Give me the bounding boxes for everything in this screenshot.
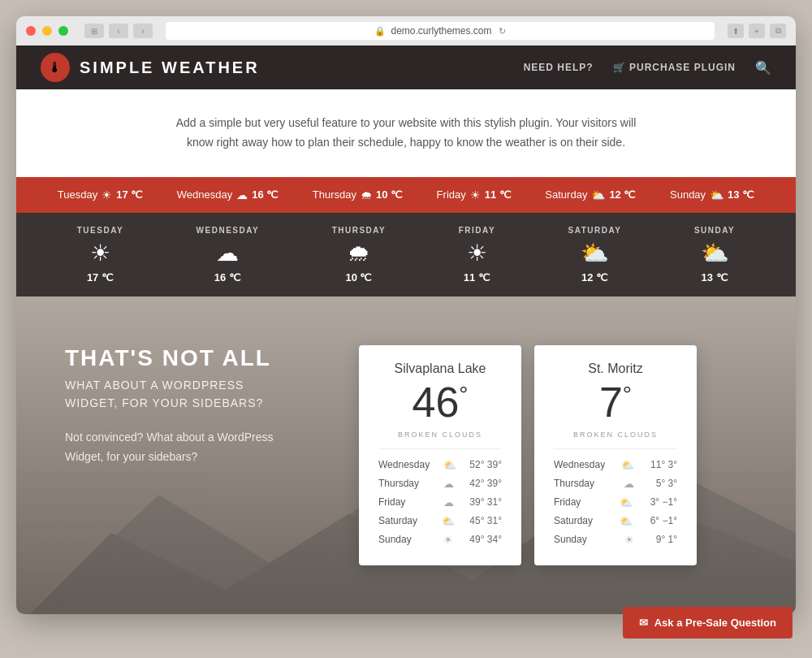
widget1-unit: °: [459, 381, 468, 406]
widget2-forecast: Wednesday⛅11° 3°Thursday☁5° 3°Friday⛅3° …: [554, 456, 677, 549]
weather-bar-inline: Tuesday☀17 ℃Wednesday☁16 ℃Thursday🌧10 ℃F…: [16, 177, 796, 213]
widget1-forecast-row: Friday☁39° 31°: [378, 493, 502, 512]
page-content: 🌡 SIMPLE WEATHER NEED HELP? PURCHASE PLU…: [16, 45, 796, 614]
weather-block-item: THURSDAY🌧10 ℃: [332, 226, 387, 284]
weather-block-item: SUNDAY⛅13 ℃: [694, 226, 735, 284]
weather-inline-item: Tuesday☀17 ℃: [58, 188, 143, 201]
share-icon[interactable]: ⬆: [728, 24, 744, 38]
weather-block-item: WEDNESDAY☁16 ℃: [197, 226, 260, 284]
refresh-icon[interactable]: ↻: [499, 26, 506, 37]
site-name: SIMPLE WEATHER: [80, 58, 260, 77]
browser-titlebar: ⊞ ‹ › 🔒 demo.curlythemes.com ↻ ⬆ + ⧉: [16, 16, 796, 45]
widget1-forecast: Wednesday⛅52° 39°Thursday☁42° 39°Friday☁…: [378, 456, 502, 549]
left-cta-section: THAT'S NOT ALL WHAT ABOUT A WORDPRESSWID…: [65, 345, 276, 467]
intro-banner: Add a simple but very useful feature to …: [16, 89, 796, 177]
nav-controls: ⊞ ‹ ›: [84, 24, 153, 38]
privacy-icon: 🔒: [374, 26, 386, 37]
presale-label: Ask a Pre-Sale Question: [654, 617, 776, 629]
site-navbar: 🌡 SIMPLE WEATHER NEED HELP? PURCHASE PLU…: [16, 45, 796, 89]
weather-inline-item: Thursday🌧10 ℃: [313, 188, 403, 201]
widget2-condition: BROKEN CLOUDS: [554, 431, 677, 439]
widget2-forecast-row: Thursday☁5° 3°: [554, 474, 677, 493]
feature-section: THAT'S NOT ALL WHAT ABOUT A WORDPRESSWID…: [16, 297, 796, 614]
widget1-temp-value: 46: [412, 379, 459, 426]
weather-block-item: SATURDAY⛅12 ℃: [568, 226, 622, 284]
browser-action-buttons: ⬆ + ⧉: [728, 24, 786, 38]
presale-button[interactable]: ✉ Ask a Pre-Sale Question: [623, 607, 793, 639]
widget1-forecast-row: Wednesday⛅52° 39°: [378, 456, 502, 474]
back-button[interactable]: ‹: [109, 24, 128, 38]
widget1-city: Silvaplana Lake: [378, 361, 502, 376]
left-subheading: WHAT ABOUT A WORDPRESSWIDGET, FOR YOUR S…: [65, 376, 276, 413]
forward-button[interactable]: ›: [133, 24, 153, 38]
widget1-divider: [378, 448, 502, 449]
widget1-condition: BROKEN CLOUDS: [378, 431, 502, 439]
weather-inline-item: Saturday⛅12 ℃: [545, 188, 636, 201]
widget1-forecast-row: Thursday☁42° 39°: [378, 474, 502, 493]
widget2-forecast-row: Friday⛅3° −1°: [554, 493, 677, 512]
weather-inline-item: Friday☀11 ℃: [437, 188, 512, 201]
browser-window: ⊞ ‹ › 🔒 demo.curlythemes.com ↻ ⬆ + ⧉ 🌡 S…: [16, 16, 796, 614]
widget2-unit: °: [623, 381, 632, 406]
weather-block-item: TUESDAY☀17 ℃: [77, 226, 123, 284]
tabs-icon[interactable]: ⧉: [770, 24, 786, 38]
widget2-divider: [554, 448, 677, 449]
new-tab-icon[interactable]: +: [749, 24, 765, 38]
window-controls-icon[interactable]: ⊞: [84, 24, 104, 38]
help-link[interactable]: NEED HELP?: [524, 62, 594, 73]
weather-inline-item: Sunday⛅13 ℃: [670, 188, 754, 201]
close-button[interactable]: [26, 26, 36, 36]
maximize-button[interactable]: [58, 26, 68, 36]
widget2-forecast-row: Saturday⛅6° −1°: [554, 512, 677, 530]
thermometer-icon: 🌡: [41, 53, 70, 82]
widget2-forecast-row: Wednesday⛅11° 3°: [554, 456, 677, 474]
widget2-city: St. Moritz: [554, 361, 677, 376]
widget-silvaplana: Silvaplana Lake 46° BROKEN CLOUDS Wednes…: [359, 345, 521, 565]
widget2-forecast-row: Sunday☀9° 1°: [554, 530, 677, 549]
widget-stmoritz: St. Moritz 7° BROKEN CLOUDS Wednesday⛅11…: [534, 345, 697, 565]
widget1-forecast-row: Saturday⛅45° 31°: [378, 512, 502, 530]
url-bar[interactable]: 🔒 demo.curlythemes.com ↻: [166, 22, 715, 40]
left-heading: THAT'S NOT ALL: [65, 345, 276, 371]
url-text: demo.curlythemes.com: [391, 25, 491, 37]
widget-cards-row: Silvaplana Lake 46° BROKEN CLOUDS Wednes…: [260, 329, 796, 582]
weather-bar-block: TUESDAY☀17 ℃WEDNESDAY☁16 ℃THURSDAY🌧10 ℃F…: [16, 213, 796, 297]
weather-block-item: FRIDAY☀11 ℃: [459, 226, 495, 284]
intro-text: Add a simple but very useful feature to …: [162, 114, 650, 153]
widget1-forecast-row: Sunday☀49° 34°: [378, 530, 502, 549]
navbar-links: NEED HELP? PURCHASE PLUGIN 🔍: [524, 60, 771, 76]
search-icon[interactable]: 🔍: [755, 60, 771, 76]
purchase-link[interactable]: PURCHASE PLUGIN: [613, 62, 736, 73]
email-icon: ✉: [639, 617, 648, 629]
site-logo: 🌡 SIMPLE WEATHER: [41, 53, 260, 82]
widget2-temp-value: 7: [599, 379, 623, 426]
widget2-temp: 7°: [554, 379, 677, 426]
minimize-button[interactable]: [42, 26, 52, 36]
widget1-temp: 46°: [378, 379, 502, 426]
weather-inline-item: Wednesday☁16 ℃: [177, 188, 279, 201]
left-desc: Not convinced? What about a WordPress Wi…: [65, 428, 276, 467]
